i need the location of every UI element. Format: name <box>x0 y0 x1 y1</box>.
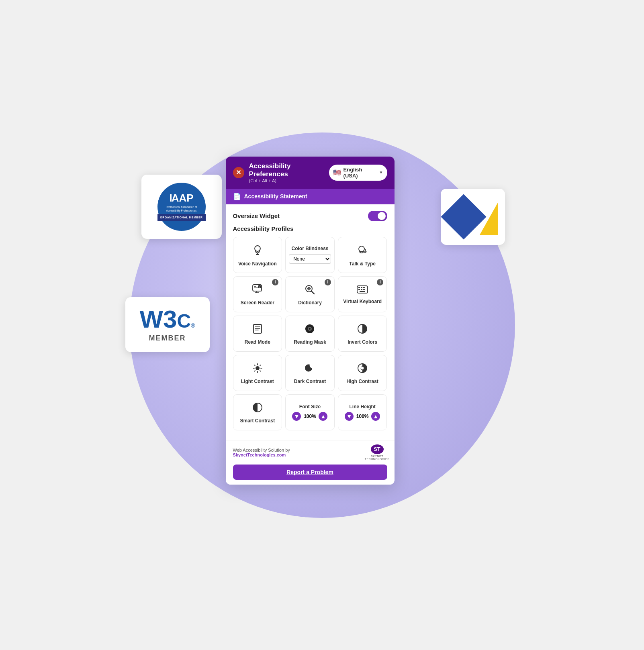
svg-text:♪: ♪ <box>259 247 261 251</box>
dictionary-info-badge[interactable]: i <box>325 279 331 285</box>
screen-reader-info-badge[interactable]: i <box>272 279 278 285</box>
w3c-card: W 3 C ® MEMBER <box>125 297 210 352</box>
color-blindness-select[interactable]: None Protanopia Deuteranopia Tritanopia <box>289 254 331 264</box>
dictionary-label: Dictionary <box>298 300 322 306</box>
w3c-member-text: MEMBER <box>149 334 186 342</box>
svg-line-45 <box>254 371 255 371</box>
widget-header: ✕ Accessibility Preferences (Ctrl + Alt … <box>226 157 395 189</box>
talk-type-icon <box>356 244 368 258</box>
font-size-tile: Font Size ▼ 100% ▲ <box>285 394 335 430</box>
features-row-5: Smart Contrast Font Size ▼ 100% ▲ Line H… <box>233 394 387 430</box>
svg-rect-22 <box>358 287 360 288</box>
dark-contrast-tile[interactable]: Dark Contrast <box>285 355 335 391</box>
smart-contrast-label: Smart Contrast <box>240 418 275 424</box>
svg-text:♪: ♪ <box>259 285 260 288</box>
header-shortcut: (Ctrl + Alt + A) <box>249 178 329 183</box>
virtual-keyboard-label: Virtual Keyboard <box>343 299 382 305</box>
light-contrast-tile[interactable]: Light Contrast <box>233 355 282 391</box>
st-logo-subtext: SKYNET TECHNOLOGIES <box>365 455 390 461</box>
credits-label: Web Accessibility Solution by <box>233 448 290 452</box>
profiles-title: Accessibility Profiles <box>233 225 387 232</box>
font-size-value: 100% <box>303 414 317 419</box>
iaap-badge: IA AP International Association of Acces… <box>157 183 206 231</box>
oversize-widget-row: Oversize Widget <box>233 211 387 221</box>
svg-line-17 <box>311 291 314 294</box>
light-contrast-label: Light Contrast <box>241 379 274 385</box>
iaap-ap-text: AP <box>179 192 193 204</box>
line-height-decrease-button[interactable]: ▼ <box>345 412 354 421</box>
svg-rect-24 <box>363 287 365 288</box>
credits-text: Web Accessibility Solution by SkynetTech… <box>233 448 290 457</box>
font-size-decrease-button[interactable]: ▼ <box>292 412 301 421</box>
iaap-card: IA AP International Association of Acces… <box>141 175 222 239</box>
iaap-logo-text: IA <box>169 192 178 204</box>
brand-link[interactable]: SkynetTechnologies.com <box>233 452 286 457</box>
high-contrast-icon <box>357 363 368 375</box>
reading-mask-label: Reading Mask <box>294 339 326 346</box>
diamond-card <box>441 189 505 245</box>
invert-colors-label: Invert Colors <box>348 339 377 346</box>
oversize-widget-label: Oversize Widget <box>233 212 280 219</box>
w3c-logo: W 3 C ® <box>139 307 195 332</box>
line-height-increase-button[interactable]: ▲ <box>371 412 380 421</box>
features-row-1: ♪ Voice Navigation Color Blindness None … <box>233 237 387 273</box>
features-row-2: i ♪ Screen Reader <box>233 276 387 312</box>
reading-mask-icon <box>304 323 315 336</box>
svg-point-37 <box>256 366 260 370</box>
iaap-subtitle: International Association of Accessibili… <box>157 206 206 212</box>
voice-navigation-label: Voice Navigation <box>238 261 277 267</box>
svg-point-35 <box>309 328 311 330</box>
read-mode-tile[interactable]: Read Mode <box>233 316 282 352</box>
language-selector[interactable]: 🇺🇸 English (USA) ▼ <box>329 165 387 181</box>
read-mode-label: Read Mode <box>245 339 270 346</box>
svg-line-43 <box>260 371 261 371</box>
screen-reader-tile[interactable]: i ♪ Screen Reader <box>233 276 282 312</box>
invert-colors-tile[interactable]: Invert Colors <box>338 316 387 352</box>
read-mode-icon <box>252 323 263 336</box>
dictionary-tile[interactable]: i Dictionary <box>285 276 335 312</box>
w3c-c: C <box>177 312 191 331</box>
scene: IA AP International Association of Acces… <box>101 104 543 546</box>
virtual-keyboard-tile[interactable]: i Virtual Keyboard <box>338 276 387 312</box>
chevron-down-icon: ▼ <box>379 170 383 175</box>
reading-mask-tile[interactable]: Reading Mask <box>285 316 335 352</box>
st-logo: ST SKYNET TECHNOLOGIES <box>367 444 387 461</box>
svg-rect-27 <box>363 289 365 290</box>
features-row-4: Light Contrast Dark Contrast <box>233 355 387 391</box>
svg-rect-26 <box>361 289 362 290</box>
iaap-member-text: ORGANIZATIONAL MEMBER <box>157 214 206 221</box>
header-title-main: Accessibility Preferences <box>249 162 329 178</box>
svg-rect-29 <box>254 324 262 333</box>
svg-rect-25 <box>358 289 360 290</box>
header-title: Accessibility Preferences (Ctrl + Alt + … <box>249 162 329 183</box>
font-size-label: Font Size <box>299 404 321 410</box>
talk-type-label: Talk & Type <box>349 261 376 267</box>
flag-icon: 🇺🇸 <box>333 169 341 176</box>
smart-contrast-icon <box>252 402 263 415</box>
color-blindness-tile[interactable]: Color Blindness None Protanopia Deuteran… <box>285 237 335 273</box>
line-height-label: Line Height <box>349 404 375 410</box>
high-contrast-tile[interactable]: High Contrast <box>338 355 387 391</box>
language-label: English (USA) <box>343 167 377 179</box>
svg-point-5 <box>364 248 365 249</box>
report-problem-button[interactable]: Report a Problem <box>233 465 387 480</box>
virtual-keyboard-icon <box>356 285 368 295</box>
svg-point-47 <box>361 367 364 370</box>
virtual-keyboard-info-badge[interactable]: i <box>377 279 383 285</box>
voice-navigation-tile[interactable]: ♪ Voice Navigation <box>233 237 282 273</box>
statement-bar[interactable]: 📄 Accessibility Statement <box>226 189 395 204</box>
w3c-3: 3 <box>163 307 177 332</box>
smart-contrast-tile[interactable]: Smart Contrast <box>233 394 282 430</box>
svg-rect-23 <box>361 287 362 288</box>
font-size-increase-button[interactable]: ▲ <box>319 412 327 421</box>
dark-contrast-label: Dark Contrast <box>294 379 326 385</box>
talk-type-tile[interactable]: Talk & Type <box>338 237 387 273</box>
footer-credits: Web Accessibility Solution by SkynetTech… <box>233 444 387 461</box>
header-left: ✕ Accessibility Preferences (Ctrl + Alt … <box>233 162 329 183</box>
close-button[interactable]: ✕ <box>233 167 244 178</box>
light-contrast-icon <box>252 363 263 375</box>
high-contrast-label: High Contrast <box>346 379 378 385</box>
invert-colors-icon <box>357 323 368 336</box>
oversize-widget-toggle[interactable] <box>368 211 387 221</box>
line-height-tile: Line Height ▼ 100% ▲ <box>338 394 387 430</box>
